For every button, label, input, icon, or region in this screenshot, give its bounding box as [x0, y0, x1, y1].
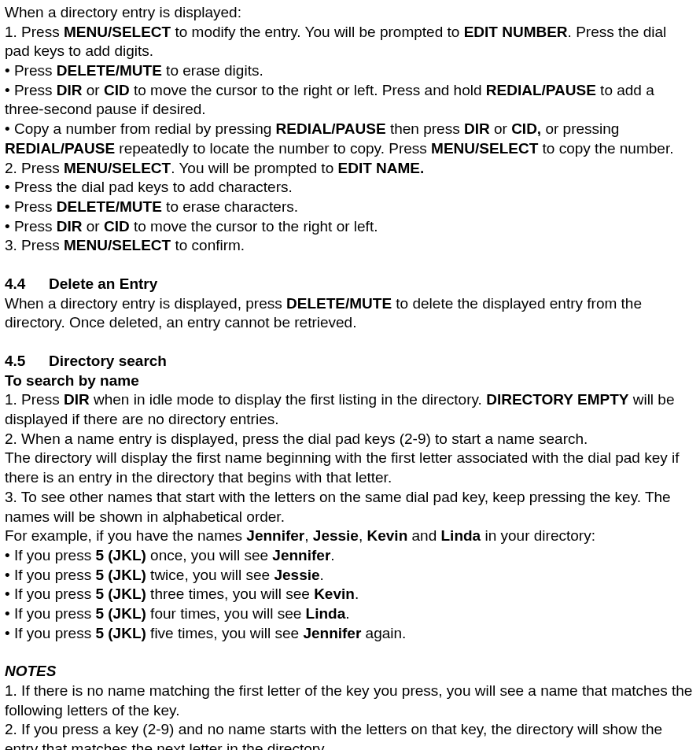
text: . You will be prompted to	[171, 160, 337, 176]
text: or	[83, 82, 104, 98]
subheading: To search by name	[5, 371, 695, 391]
text: .	[355, 586, 359, 602]
body-text: • Press the dial pad keys to add charact…	[5, 178, 695, 198]
name-example: Jennifer	[246, 527, 304, 544]
notes-heading: NOTES	[5, 662, 695, 682]
key-label: 5 (JKL)	[95, 586, 146, 602]
key-label: REDIAL/PAUSE	[486, 82, 596, 98]
text: twice, you will see	[146, 567, 274, 583]
text: • Press	[5, 198, 57, 215]
name-example: Jennifer	[303, 625, 361, 641]
body-text: 3. Press MENU/SELECT to confirm.	[5, 236, 695, 256]
key-label: CID,	[511, 120, 541, 137]
text: 1. Press	[5, 391, 64, 408]
text: • Copy a number from redial by pressing	[5, 120, 276, 137]
key-label: DELETE/MUTE	[286, 295, 392, 312]
body-text: • If you press 5 (JKL) once, you will se…	[5, 546, 695, 566]
body-text: • Copy a number from redial by pressing …	[5, 120, 695, 158]
text: then press	[386, 120, 464, 137]
section-heading: 4.5Directory search	[5, 352, 695, 371]
key-label: DIR	[57, 82, 83, 98]
text: .	[320, 567, 324, 583]
body-text: • If you press 5 (JKL) twice, you will s…	[5, 566, 695, 586]
key-label: 5 (JKL)	[95, 625, 146, 641]
section-heading: 4.4Delete an Entry	[5, 275, 695, 294]
body-text: When a directory entry is displayed, pre…	[5, 294, 695, 333]
key-label: DELETE/MUTE	[57, 198, 162, 215]
text: • Press	[5, 62, 57, 79]
body-text: 1. Press MENU/SELECT to modify the entry…	[5, 23, 695, 61]
key-label: DIR	[57, 218, 83, 235]
key-label: REDIAL/PAUSE	[5, 140, 115, 157]
body-text: • If you press 5 (JKL) five times, you w…	[5, 624, 695, 644]
text: For example, if you have the names	[5, 527, 246, 544]
text: four times, you will see	[146, 605, 306, 622]
text: again.	[361, 625, 406, 641]
body-text: • If you press 5 (JKL) four times, you w…	[5, 604, 695, 624]
key-label: 5 (JKL)	[95, 605, 146, 622]
text: .	[330, 547, 334, 563]
text: five times, you will see	[146, 625, 304, 641]
text: or	[83, 218, 104, 235]
text: • If you press	[5, 625, 95, 641]
body-text: • Press DIR or CID to move the cursor to…	[5, 81, 695, 120]
section-number: 4.5	[5, 352, 49, 371]
text: to confirm.	[171, 237, 245, 253]
text: 3. Press	[5, 237, 64, 253]
key-label: DIR	[464, 120, 490, 137]
text: once, you will see	[146, 547, 273, 563]
text: • If you press	[5, 586, 95, 602]
text: to modify the entry. You will be prompte…	[171, 24, 463, 40]
text: • If you press	[5, 567, 95, 583]
text: to erase characters.	[162, 198, 298, 215]
key-label: MENU/SELECT	[64, 24, 171, 40]
key-label: EDIT NUMBER	[464, 24, 568, 40]
text: when in idle mode to display the first l…	[90, 391, 486, 408]
name-example: Jennifer	[272, 547, 330, 563]
name-example: Jessie	[313, 527, 359, 544]
key-label: MENU/SELECT	[431, 140, 538, 157]
key-label: REDIAL/PAUSE	[276, 120, 386, 137]
text: in your directory:	[481, 527, 595, 544]
body-text: 2. Press MENU/SELECT. You will be prompt…	[5, 159, 695, 179]
text: to copy the number.	[538, 140, 673, 157]
text: ,	[359, 527, 367, 544]
section-title: Delete an Entry	[49, 275, 157, 292]
text: .	[345, 605, 349, 622]
key-label: DIRECTORY EMPTY	[486, 391, 628, 408]
body-text: 1. Press DIR when in idle mode to displa…	[5, 390, 695, 429]
note-text: 2. If you press a key (2-9) and no name …	[5, 720, 695, 750]
text: or	[490, 120, 511, 137]
name-example: Kevin	[314, 586, 355, 602]
text: When a directory entry is displayed, pre…	[5, 295, 286, 312]
text: repeatedly to locate the number to copy.…	[115, 140, 431, 157]
body-text: When a directory entry is displayed:	[5, 3, 695, 23]
key-label: 5 (JKL)	[95, 547, 146, 563]
text: • Press	[5, 82, 57, 98]
text: and	[407, 527, 440, 544]
key-label: DELETE/MUTE	[57, 62, 162, 79]
key-label: MENU/SELECT	[64, 237, 171, 253]
key-label: CID	[104, 82, 130, 98]
body-text: • Press DIR or CID to move the cursor to…	[5, 217, 695, 237]
key-label: EDIT NAME.	[337, 160, 424, 176]
key-label: 5 (JKL)	[95, 567, 146, 583]
key-label: MENU/SELECT	[64, 160, 171, 176]
body-text: • Press DELETE/MUTE to erase digits.	[5, 61, 695, 81]
text: • Press	[5, 218, 57, 235]
text: • If you press	[5, 547, 95, 563]
key-label: DIR	[64, 391, 90, 408]
text: or pressing	[541, 120, 619, 137]
text: 1. Press	[5, 24, 64, 40]
section-title: Directory search	[49, 353, 167, 369]
text: • If you press	[5, 605, 95, 622]
text: to move the cursor to the right or left.…	[130, 82, 486, 98]
text: ,	[304, 527, 313, 544]
name-example: Jessie	[274, 567, 319, 583]
body-text: The directory will display the first nam…	[5, 449, 695, 487]
section-number: 4.4	[5, 275, 49, 294]
name-example: Kevin	[367, 527, 408, 544]
text: three times, you will see	[146, 586, 314, 602]
text: to erase digits.	[162, 62, 263, 79]
body-text: For example, if you have the names Jenni…	[5, 526, 695, 546]
